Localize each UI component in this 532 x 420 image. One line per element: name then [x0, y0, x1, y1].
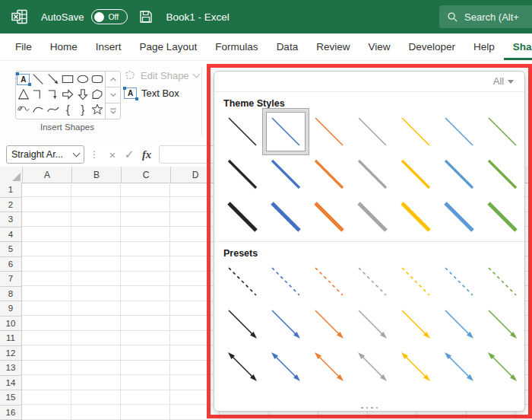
rounded-rectangle-shape-icon[interactable] — [90, 72, 106, 87]
style-swatch[interactable] — [394, 303, 437, 345]
style-swatch[interactable] — [220, 196, 264, 238]
line-shape-icon[interactable] — [31, 72, 46, 87]
row-header-12[interactable]: 12 — [0, 346, 22, 361]
row-header-13[interactable]: 13 — [0, 361, 22, 376]
row-header-16[interactable]: 16 — [0, 406, 22, 420]
style-swatch[interactable] — [350, 196, 394, 238]
style-swatch[interactable] — [307, 110, 350, 153]
row-header-2[interactable]: 2 — [0, 198, 22, 213]
style-swatch[interactable] — [350, 260, 394, 303]
style-swatch[interactable] — [437, 196, 480, 238]
style-swatch[interactable] — [437, 345, 480, 388]
left-brace-shape-icon[interactable]: { — [61, 102, 76, 117]
right-brace-shape-icon[interactable]: } — [75, 102, 90, 117]
style-swatch[interactable] — [480, 196, 524, 238]
style-swatch[interactable] — [220, 153, 264, 196]
insert-function-button[interactable]: fx — [138, 148, 156, 161]
row-header-11[interactable]: 11 — [0, 331, 22, 346]
tab-data[interactable]: Data — [268, 33, 308, 60]
row-header-5[interactable]: 5 — [0, 242, 22, 257]
triangle-shape-icon[interactable] — [16, 87, 31, 102]
tab-review[interactable]: Review — [307, 33, 359, 60]
style-swatch[interactable] — [394, 196, 437, 238]
style-swatch[interactable] — [480, 345, 524, 388]
oval-shape-icon[interactable] — [75, 72, 90, 87]
style-swatch[interactable] — [264, 303, 307, 345]
resize-handle[interactable] — [214, 407, 524, 409]
style-swatch[interactable] — [437, 303, 480, 345]
style-swatch[interactable] — [307, 303, 350, 345]
column-header-B[interactable]: B — [72, 167, 122, 183]
tab-shape-fo[interactable]: Shape Fo — [504, 33, 532, 60]
select-all-button[interactable] — [0, 167, 23, 183]
style-swatch[interactable] — [350, 345, 394, 388]
style-filter-dropdown[interactable]: All — [493, 76, 514, 87]
right-arrow-shape-icon[interactable] — [61, 87, 76, 102]
style-swatch[interactable] — [264, 153, 307, 196]
style-swatch[interactable] — [480, 303, 524, 345]
tab-insert[interactable]: Insert — [87, 33, 131, 60]
arc-shape-icon[interactable] — [31, 102, 46, 117]
tab-home[interactable]: Home — [41, 33, 87, 60]
column-header-A[interactable]: A — [23, 167, 72, 183]
gallery-scroll-down-button[interactable] — [106, 87, 120, 103]
save-icon[interactable] — [138, 9, 154, 24]
row-header-1[interactable]: 1 — [0, 183, 22, 198]
tab-developer[interactable]: Developer — [399, 33, 464, 60]
tab-formulas[interactable]: Formulas — [206, 33, 267, 60]
style-swatch[interactable] — [220, 110, 264, 153]
style-swatch[interactable] — [480, 153, 524, 196]
style-swatch[interactable] — [307, 196, 350, 238]
row-header-4[interactable]: 4 — [0, 228, 22, 243]
line-arrow-shape-icon[interactable] — [46, 72, 61, 87]
star-shape-icon[interactable] — [90, 102, 106, 117]
style-swatch[interactable] — [480, 110, 524, 153]
style-swatch[interactable] — [437, 110, 480, 153]
search-box[interactable]: Search (Alt+ — [439, 5, 532, 28]
style-swatch[interactable] — [394, 153, 437, 196]
row-header-6[interactable]: 6 — [0, 257, 22, 272]
style-swatch[interactable] — [350, 153, 394, 196]
style-swatch[interactable] — [264, 110, 307, 153]
style-swatch[interactable] — [480, 260, 524, 303]
curve-shape-icon[interactable] — [46, 102, 61, 117]
style-swatch[interactable] — [220, 260, 264, 303]
style-swatch[interactable] — [394, 260, 437, 303]
tab-file[interactable]: File — [6, 33, 41, 60]
row-header-15[interactable]: 15 — [0, 390, 22, 406]
style-swatch[interactable] — [307, 260, 350, 303]
text-box-shape-icon[interactable]: A — [16, 72, 31, 87]
freeform-shape-icon[interactable] — [90, 87, 106, 102]
scribble-shape-icon[interactable] — [16, 102, 31, 117]
tab-help[interactable]: Help — [464, 33, 504, 60]
edit-shape-button[interactable]: Edit Shape — [124, 69, 199, 81]
text-box-button[interactable]: A Text Box — [124, 88, 179, 99]
row-header-8[interactable]: 8 — [0, 287, 22, 302]
row-header-9[interactable]: 9 — [0, 301, 22, 317]
enter-button[interactable]: ✓ — [121, 148, 138, 161]
row-header-7[interactable]: 7 — [0, 272, 22, 287]
name-box[interactable]: Straight Ar... — [6, 145, 84, 164]
style-swatch[interactable] — [264, 260, 307, 303]
cancel-button[interactable]: × — [104, 148, 121, 161]
row-header-14[interactable]: 14 — [0, 376, 22, 391]
rectangle-shape-icon[interactable] — [61, 72, 76, 87]
style-swatch[interactable] — [437, 260, 480, 303]
gallery-scroll-up-button[interactable] — [106, 72, 120, 87]
style-swatch[interactable] — [220, 303, 264, 345]
style-swatch[interactable] — [307, 345, 350, 388]
gallery-more-button[interactable] — [106, 103, 120, 119]
style-swatch[interactable] — [394, 110, 437, 153]
style-swatch[interactable] — [264, 345, 307, 388]
elbow-arrow-connector-shape-icon[interactable] — [46, 87, 61, 102]
style-swatch[interactable] — [350, 110, 394, 153]
elbow-connector-shape-icon[interactable] — [31, 87, 46, 102]
down-arrow-shape-icon[interactable] — [75, 87, 90, 102]
style-swatch[interactable] — [220, 345, 264, 388]
row-header-10[interactable]: 10 — [0, 317, 22, 332]
style-swatch[interactable] — [437, 153, 480, 196]
style-swatch[interactable] — [394, 345, 437, 388]
style-swatch[interactable] — [264, 196, 307, 238]
tab-view[interactable]: View — [359, 33, 399, 60]
autosave-toggle[interactable]: Off — [91, 9, 128, 24]
